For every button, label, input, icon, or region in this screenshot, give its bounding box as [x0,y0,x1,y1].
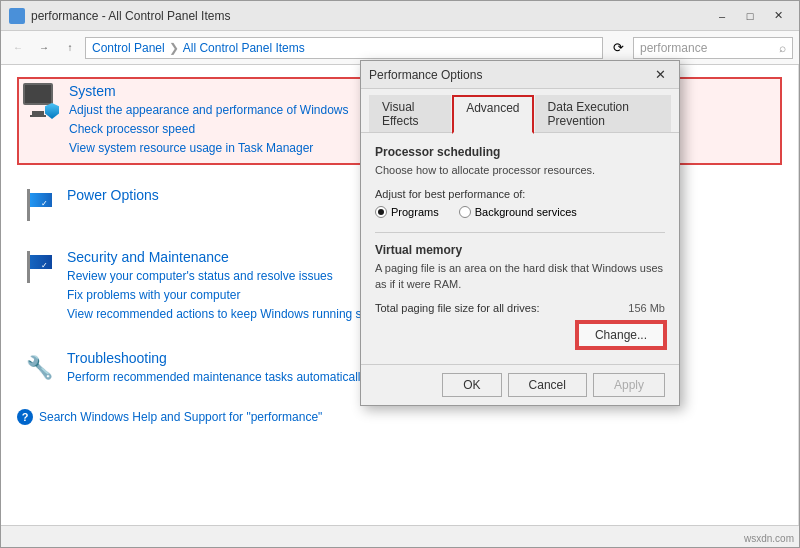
change-button[interactable]: Change... [577,322,665,348]
window-controls: – □ ✕ [709,5,791,27]
troubleshoot-icon-wrench: 🔧 [23,352,55,384]
power-icon-flag: ✓ [23,189,55,221]
maximize-button[interactable]: □ [737,5,763,27]
monitor-base [30,115,46,117]
processor-section-title: Processor scheduling [375,145,665,159]
search-box[interactable]: performance ⌕ [633,37,793,59]
vm-desc: A paging file is an area on the hard dis… [375,261,665,292]
watermark: wsxdn.com [744,533,794,544]
processor-section: Processor scheduling Choose how to alloc… [375,145,665,218]
apply-button[interactable]: Apply [593,373,665,397]
paging-label: Total paging file size for all drives: [375,302,539,314]
power-icon: ✓ [21,187,57,223]
paging-value: 156 Mb [628,302,665,314]
status-bar [1,525,799,547]
dialog-title-bar: Performance Options ✕ [361,61,679,89]
back-button[interactable]: ← [7,37,29,59]
adjust-label: Adjust for best performance of: [375,188,665,200]
search-text: performance [640,41,707,55]
breadcrumb: Control Panel ❯ All Control Panel Items [92,41,305,55]
sec-flag-check: ✓ [41,261,48,270]
system-icon [23,83,59,119]
forward-button[interactable]: → [33,37,55,59]
radio-group: Programs Background services [375,206,665,218]
monitor-body [23,83,53,105]
dialog-close-button[interactable]: ✕ [649,65,671,85]
radio-programs-input[interactable] [375,206,387,218]
flag-body: ✓ [30,193,52,207]
system-icon-wrap [23,83,59,119]
shield-badge-icon [45,103,59,119]
breadcrumb-all-items[interactable]: All Control Panel Items [183,41,305,55]
change-btn-container: Change... [375,322,665,348]
performance-dialog: Performance Options ✕ Visual Effects Adv… [360,60,680,406]
minimize-button[interactable]: – [709,5,735,27]
help-link[interactable]: ? Search Windows Help and Support for "p… [17,409,782,425]
radio-background-label: Background services [475,206,577,218]
help-circle-icon: ? [17,409,33,425]
tab-dep[interactable]: Data Execution Prevention [535,95,671,132]
dialog-tabs: Visual Effects Advanced Data Execution P… [361,89,679,133]
window-title: performance - All Control Panel Items [31,9,709,23]
dialog-title: Performance Options [369,68,649,82]
flag-check-icon: ✓ [41,199,48,208]
breadcrumb-sep1: ❯ [169,41,179,55]
vm-section-title: Virtual memory [375,243,665,257]
radio-background-input[interactable] [459,206,471,218]
breadcrumb-control-panel[interactable]: Control Panel [92,41,165,55]
security-icon: ✓ [21,249,57,285]
troubleshoot-icon: 🔧 [21,350,57,386]
up-button[interactable]: ↑ [59,37,81,59]
cancel-button[interactable]: Cancel [508,373,587,397]
sec-flag-body: ✓ [30,255,52,269]
refresh-button[interactable]: ⟳ [607,37,629,59]
ok-button[interactable]: OK [442,373,501,397]
dialog-body: Processor scheduling Choose how to alloc… [361,133,679,364]
tab-visual-effects[interactable]: Visual Effects [369,95,451,132]
help-link-text[interactable]: Search Windows Help and Support for "per… [39,410,322,424]
radio-programs[interactable]: Programs [375,206,439,218]
tab-advanced[interactable]: Advanced [452,95,533,134]
processor-section-desc: Choose how to allocate processor resourc… [375,163,665,178]
app-icon [9,8,25,24]
address-field[interactable]: Control Panel ❯ All Control Panel Items [85,37,603,59]
close-button[interactable]: ✕ [765,5,791,27]
dialog-footer: OK Cancel Apply [361,364,679,405]
search-icon[interactable]: ⌕ [779,41,786,55]
virtual-memory-section: Virtual memory A paging file is an area … [375,243,665,348]
security-icon-flag: ✓ [23,251,55,283]
paging-row: Total paging file size for all drives: 1… [375,302,665,314]
section-divider [375,232,665,233]
title-bar: performance - All Control Panel Items – … [1,1,799,31]
radio-programs-label: Programs [391,206,439,218]
security-flag: ✓ [23,251,55,283]
radio-background[interactable]: Background services [459,206,577,218]
